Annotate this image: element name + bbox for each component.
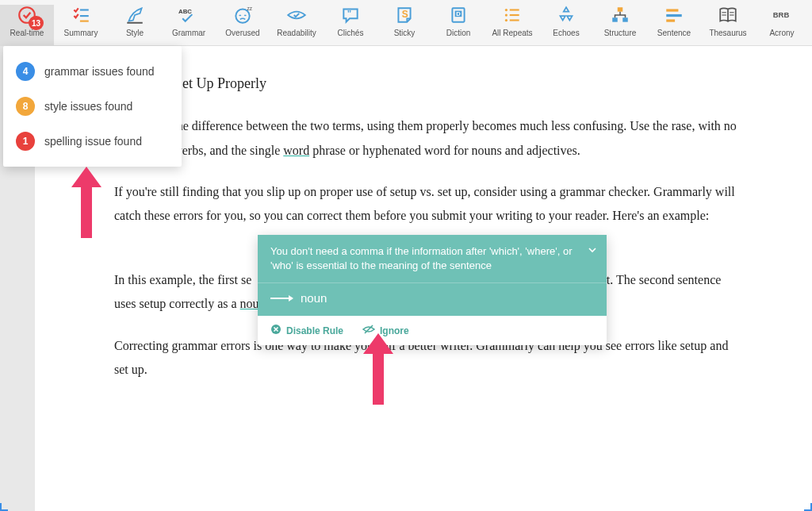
open-book-icon bbox=[718, 5, 738, 25]
arrow-right-icon bbox=[270, 298, 293, 299]
tool-label: Thesaurus bbox=[709, 29, 746, 37]
annotation-arrow-icon bbox=[358, 333, 398, 405]
svg-rect-19 bbox=[618, 7, 623, 11]
selection-corner-icon bbox=[804, 503, 812, 511]
tool-label: All Repeats bbox=[492, 29, 532, 37]
realtime-badge: 13 bbox=[29, 16, 44, 30]
tool-label: Acrony bbox=[769, 29, 794, 37]
tool-label: Echoes bbox=[553, 29, 579, 37]
text: understand the difference between the tw… bbox=[114, 119, 668, 133]
brb-icon: BRB bbox=[772, 5, 792, 25]
svg-point-13 bbox=[505, 9, 508, 11]
eye-check-icon bbox=[286, 5, 307, 25]
svg-point-6 bbox=[236, 9, 249, 22]
tool-label: Overused bbox=[225, 29, 259, 37]
tool-label: Diction bbox=[446, 29, 471, 37]
tool-realtime[interactable]: Real-time 13 bbox=[0, 5, 54, 46]
svg-point-15 bbox=[505, 13, 508, 16]
svg-rect-23 bbox=[666, 14, 682, 17]
doc-heading: Setup and Set Up Properly bbox=[114, 70, 741, 97]
tooltip-suggestion[interactable]: noun bbox=[258, 282, 607, 316]
svg-rect-22 bbox=[666, 9, 678, 11]
abc-check-icon: ABC bbox=[178, 5, 199, 25]
count-badge: 8 bbox=[16, 97, 35, 116]
sleepy-face-icon: zz bbox=[232, 5, 253, 25]
quote-bubble-icon: ” bbox=[340, 5, 361, 25]
sticky-note-icon: S bbox=[394, 5, 415, 25]
dropdown-item-spelling[interactable]: 1 spelling issue found bbox=[3, 124, 182, 159]
count-badge: 1 bbox=[16, 132, 35, 151]
tool-label: Sentence bbox=[657, 29, 691, 37]
hierarchy-icon bbox=[610, 5, 630, 25]
svg-text:ABC: ABC bbox=[178, 8, 192, 15]
tool-acronym[interactable]: BRB Acrony bbox=[755, 5, 809, 46]
toolbar: Real-time 13 Summary Style ABC Grammar z… bbox=[0, 0, 812, 46]
tool-summary[interactable]: Summary bbox=[54, 5, 108, 46]
svg-point-17 bbox=[505, 19, 508, 21]
dropdown-label: spelling issue found bbox=[44, 135, 142, 148]
svg-rect-24 bbox=[666, 19, 675, 21]
dropdown-item-grammar[interactable]: 4 grammar issues found bbox=[3, 54, 182, 89]
svg-rect-21 bbox=[622, 17, 628, 21]
text: phrase or hyphenated word for nouns and … bbox=[309, 144, 580, 157]
tool-sentence[interactable]: Sentence bbox=[647, 5, 701, 46]
realtime-dropdown: 4 grammar issues found 8 style issues fo… bbox=[3, 46, 182, 167]
tool-label: Style bbox=[126, 29, 144, 37]
tool-label: Grammar bbox=[172, 29, 205, 37]
tool-label: Structure bbox=[604, 29, 637, 37]
svg-rect-20 bbox=[612, 17, 618, 21]
svg-text:D: D bbox=[456, 10, 461, 17]
dropdown-label: style issues found bbox=[44, 100, 132, 113]
tool-label: Readability bbox=[277, 29, 316, 37]
tool-readability[interactable]: Readability bbox=[270, 5, 324, 46]
tooltip-actions: Disable Rule Ignore bbox=[258, 316, 607, 345]
selection-corner-icon bbox=[0, 503, 8, 511]
dictionary-icon: D bbox=[448, 5, 469, 25]
tool-structure[interactable]: Structure bbox=[593, 5, 647, 46]
svg-text:zz: zz bbox=[247, 6, 252, 11]
svg-text:”: ” bbox=[347, 9, 351, 18]
tool-overused[interactable]: zz Overused bbox=[216, 5, 270, 46]
tool-echoes[interactable]: Echoes bbox=[539, 5, 593, 46]
action-label: Disable Rule bbox=[286, 325, 343, 336]
dropdown-label: grammar issues found bbox=[44, 65, 155, 78]
chevron-down-icon[interactable] bbox=[588, 244, 597, 259]
bars-icon bbox=[664, 5, 684, 25]
disable-rule-button[interactable]: Disable Rule bbox=[270, 324, 343, 337]
doc-paragraph: understand the difference between the tw… bbox=[114, 114, 741, 163]
tooltip-text: You don't need a comma if the informatio… bbox=[270, 245, 572, 271]
dropdown-item-style[interactable]: 8 style issues found bbox=[3, 89, 182, 124]
svg-text:BRB: BRB bbox=[773, 10, 790, 19]
underlined-word[interactable]: word bbox=[283, 144, 309, 157]
tool-all-repeats[interactable]: All Repeats bbox=[485, 5, 539, 46]
tool-label: Clichés bbox=[338, 29, 364, 37]
tool-style[interactable]: Style bbox=[108, 5, 162, 46]
tool-label: Summary bbox=[64, 29, 98, 37]
tooltip-message: You don't need a comma if the informatio… bbox=[258, 235, 607, 282]
close-circle-icon bbox=[270, 324, 282, 337]
list-icon bbox=[502, 5, 523, 25]
tool-diction[interactable]: D Diction bbox=[431, 5, 485, 46]
count-badge: 4 bbox=[16, 62, 35, 81]
tool-cliches[interactable]: ” Clichés bbox=[324, 5, 377, 46]
text: In this example, the first se bbox=[114, 273, 251, 286]
annotation-arrow-icon bbox=[67, 167, 106, 238]
grammar-tooltip: You don't need a comma if the informatio… bbox=[258, 235, 607, 345]
tool-label: Real-time bbox=[10, 29, 44, 37]
checklist-icon bbox=[71, 5, 91, 25]
tool-sticky[interactable]: S Sticky bbox=[377, 5, 431, 46]
tool-grammar[interactable]: ABC Grammar bbox=[162, 5, 216, 46]
tool-thesaurus[interactable]: Thesaurus bbox=[701, 5, 755, 46]
svg-text:S: S bbox=[402, 9, 408, 20]
quill-icon bbox=[124, 5, 145, 25]
recycle-icon bbox=[556, 5, 576, 25]
suggestion-text: noun bbox=[301, 291, 327, 305]
tool-label: Sticky bbox=[394, 29, 416, 37]
doc-paragraph: If you're still finding that you slip up… bbox=[114, 180, 741, 229]
